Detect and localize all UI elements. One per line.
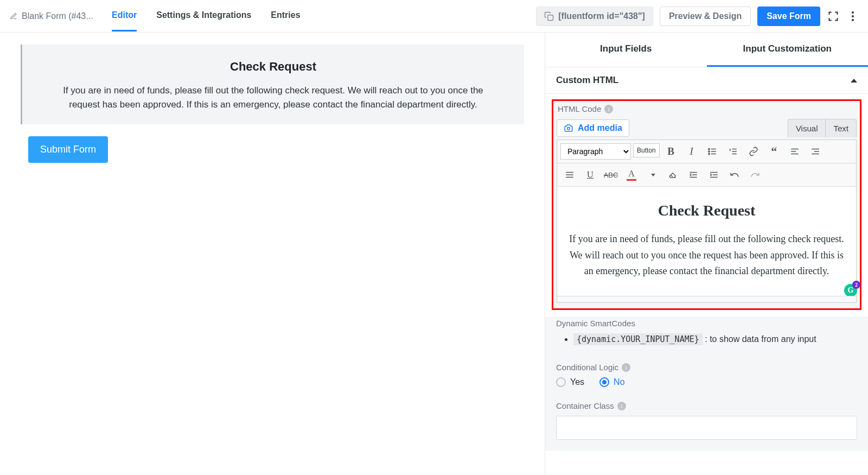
section-title: Custom HTML [556,75,618,86]
resize-handle[interactable] [557,296,856,302]
mode-text[interactable]: Text [826,119,857,137]
tab-settings[interactable]: Settings & Integrations [156,1,251,31]
editor-heading: Check Request [568,202,845,219]
editor-mode-tabs: Visual Text [788,119,857,137]
save-button[interactable]: Save Form [757,7,820,26]
toolbar-row-2: U ABC A [557,163,856,187]
editor-content-area[interactable]: Check Request If you are in need of fund… [557,187,856,296]
tab-entries[interactable]: Entries [271,1,300,31]
smartcode-item: {dynamic.YOUR_INPUT_NAME} : to show data… [573,334,857,344]
insert-button[interactable]: Button [633,143,660,157]
radio-yes[interactable]: Yes [556,377,584,387]
html-block[interactable]: Check Request If you are in need of fund… [21,45,524,124]
block-title: Check Request [34,60,512,74]
submit-button[interactable]: Submit Form [28,136,108,163]
radio-icon [599,377,609,387]
outdent-icon[interactable] [684,167,703,183]
side-panel: Input Fields Input Customization Custom … [545,33,868,475]
block-desc: If you are in need of funds, please fill… [51,84,496,111]
smartcodes-list: {dynamic.YOUR_INPUT_NAME} : to show data… [556,334,857,344]
smartcode-hint: : to show data from any input [705,334,816,344]
svg-rect-0 [548,15,553,20]
conditional-logic-radio: Yes No [556,377,857,387]
align-right-icon[interactable] [806,143,825,160]
container-class-input[interactable] [556,416,857,440]
underline-icon[interactable]: U [581,167,599,183]
redo-icon[interactable] [746,167,764,183]
topbar-actions: [fluentform id="438"] Preview & Design S… [536,7,859,26]
section-custom-html[interactable]: Custom HTML [545,67,868,94]
rich-text-editor: Paragraph Button B I “ U ABC A [557,140,857,303]
preview-button[interactable]: Preview & Design [660,7,751,26]
nav-tabs: Editor Settings & Integrations Entries [112,1,301,31]
paragraph-select[interactable]: Paragraph [560,143,631,160]
form-name[interactable]: Blank Form (#43... [10,11,101,21]
tab-input-fields[interactable]: Input Fields [545,33,707,67]
svg-point-2 [709,148,710,149]
shortcode-badge[interactable]: [fluentform id="438"] [536,7,653,26]
fullscreen-icon[interactable] [827,10,840,23]
undo-icon[interactable] [725,167,744,183]
highlighted-region: HTML Code i Add media Visual Text Paragr… [552,99,861,310]
tab-input-customization[interactable]: Input Customization [707,33,869,67]
radio-no[interactable]: No [599,377,624,387]
blockquote-icon[interactable]: “ [765,143,783,160]
container-class-label: Container Class i [556,401,857,410]
add-media-button[interactable]: Add media [557,119,629,137]
tab-editor[interactable]: Editor [112,1,137,31]
radio-icon [556,377,566,387]
form-name-text: Blank Form (#43... [22,11,93,21]
editor-canvas: Check Request If you are in need of fund… [0,33,545,475]
toolbar-row-1: Paragraph Button B I “ [557,140,856,163]
svg-point-6 [709,153,710,154]
chevron-up-icon [851,79,857,83]
dynamic-smartcodes-label: Dynamic SmartCodes [556,319,857,328]
align-left-icon[interactable] [786,143,804,160]
mode-visual[interactable]: Visual [788,119,826,137]
svg-point-1 [567,128,570,130]
svg-point-4 [709,151,710,152]
info-icon[interactable]: i [617,402,626,410]
shortcode-text: [fluentform id="438"] [558,11,645,21]
media-icon [564,123,573,133]
grammarly-icon[interactable]: G [844,284,857,297]
html-code-label: HTML Code i [557,104,857,113]
conditional-logic-label: Conditional Logic i [556,363,857,372]
text-color-icon[interactable]: A [622,167,641,183]
panel-tabs: Input Fields Input Customization [545,33,868,67]
clear-formatting-icon[interactable] [663,167,682,183]
editor-paragraph: If you are in need of funds, please fill… [568,231,845,280]
link-icon[interactable] [744,143,763,160]
bullet-list-icon[interactable] [703,143,722,160]
copy-icon [544,11,554,21]
indent-icon[interactable] [705,167,723,183]
text-color-dropdown-icon[interactable] [643,167,661,183]
smartcode-code: {dynamic.YOUR_INPUT_NAME} [573,333,703,345]
strikethrough-icon[interactable]: ABC [602,167,620,183]
align-justify-icon[interactable] [560,167,579,183]
italic-icon[interactable]: I [682,143,701,160]
more-icon[interactable] [846,10,859,23]
pencil-icon [10,12,17,20]
info-icon[interactable]: i [604,105,613,113]
bold-icon[interactable]: B [662,143,680,160]
numbered-list-icon[interactable] [724,143,742,160]
topbar: Blank Form (#43... Editor Settings & Int… [0,0,868,33]
info-icon[interactable]: i [622,363,630,372]
